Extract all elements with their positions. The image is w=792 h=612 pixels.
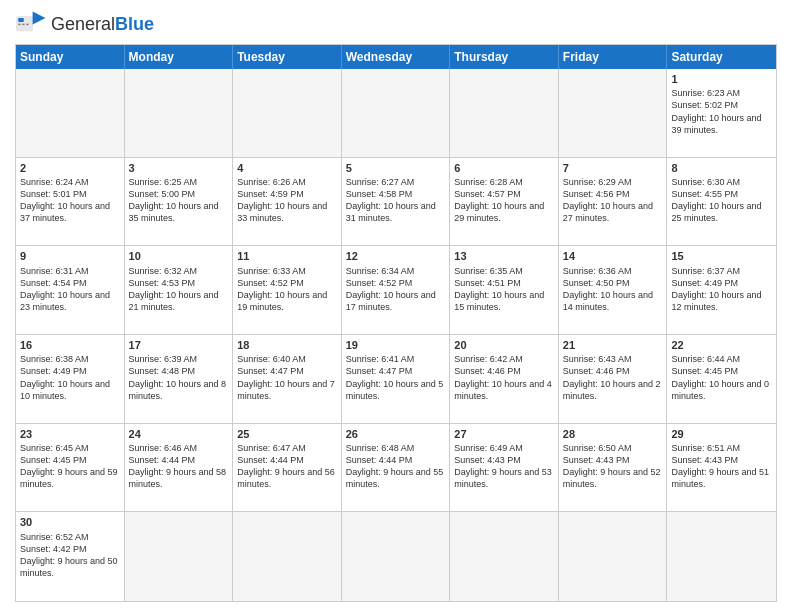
day-info: Sunrise: 6:35 AM Sunset: 4:51 PM Dayligh… — [454, 265, 554, 314]
day-info: Sunrise: 6:45 AM Sunset: 4:45 PM Dayligh… — [20, 442, 120, 491]
header: GeneralBlue — [15, 10, 777, 38]
day-info: Sunrise: 6:40 AM Sunset: 4:47 PM Dayligh… — [237, 353, 337, 402]
calendar-cell — [450, 69, 559, 158]
day-number: 4 — [237, 161, 337, 175]
calendar-cell: 29Sunrise: 6:51 AM Sunset: 4:43 PM Dayli… — [667, 424, 776, 513]
day-header-wednesday: Wednesday — [342, 45, 451, 69]
day-number: 27 — [454, 427, 554, 441]
svg-marker-1 — [33, 12, 46, 25]
calendar-cell — [450, 512, 559, 601]
day-number: 6 — [454, 161, 554, 175]
day-info: Sunrise: 6:44 AM Sunset: 4:45 PM Dayligh… — [671, 353, 772, 402]
day-number: 24 — [129, 427, 229, 441]
day-number: 11 — [237, 249, 337, 263]
day-number: 26 — [346, 427, 446, 441]
svg-rect-5 — [26, 24, 28, 26]
calendar-cell — [559, 512, 668, 601]
day-number: 29 — [671, 427, 772, 441]
day-number: 12 — [346, 249, 446, 263]
calendar-cell: 2Sunrise: 6:24 AM Sunset: 5:01 PM Daylig… — [16, 158, 125, 247]
calendar-cell — [342, 512, 451, 601]
calendar-cell — [125, 69, 234, 158]
day-number: 8 — [671, 161, 772, 175]
day-header-thursday: Thursday — [450, 45, 559, 69]
calendar-cell: 6Sunrise: 6:28 AM Sunset: 4:57 PM Daylig… — [450, 158, 559, 247]
day-info: Sunrise: 6:30 AM Sunset: 4:55 PM Dayligh… — [671, 176, 772, 225]
svg-rect-4 — [22, 24, 24, 26]
calendar-cell: 15Sunrise: 6:37 AM Sunset: 4:49 PM Dayli… — [667, 246, 776, 335]
day-info: Sunrise: 6:24 AM Sunset: 5:01 PM Dayligh… — [20, 176, 120, 225]
day-info: Sunrise: 6:37 AM Sunset: 4:49 PM Dayligh… — [671, 265, 772, 314]
calendar-cell: 25Sunrise: 6:47 AM Sunset: 4:44 PM Dayli… — [233, 424, 342, 513]
day-number: 19 — [346, 338, 446, 352]
day-info: Sunrise: 6:43 AM Sunset: 4:46 PM Dayligh… — [563, 353, 663, 402]
day-number: 2 — [20, 161, 120, 175]
logo-text: GeneralBlue — [51, 14, 154, 35]
calendar-cell — [233, 512, 342, 601]
day-info: Sunrise: 6:28 AM Sunset: 4:57 PM Dayligh… — [454, 176, 554, 225]
day-info: Sunrise: 6:34 AM Sunset: 4:52 PM Dayligh… — [346, 265, 446, 314]
calendar-cell: 10Sunrise: 6:32 AM Sunset: 4:53 PM Dayli… — [125, 246, 234, 335]
calendar-cell: 20Sunrise: 6:42 AM Sunset: 4:46 PM Dayli… — [450, 335, 559, 424]
day-number: 22 — [671, 338, 772, 352]
calendar-cell: 24Sunrise: 6:46 AM Sunset: 4:44 PM Dayli… — [125, 424, 234, 513]
day-header-sunday: Sunday — [16, 45, 125, 69]
day-number: 7 — [563, 161, 663, 175]
day-info: Sunrise: 6:52 AM Sunset: 4:42 PM Dayligh… — [20, 531, 120, 580]
day-info: Sunrise: 6:51 AM Sunset: 4:43 PM Dayligh… — [671, 442, 772, 491]
svg-rect-2 — [18, 18, 24, 22]
calendar-cell: 7Sunrise: 6:29 AM Sunset: 4:56 PM Daylig… — [559, 158, 668, 247]
calendar-cell: 19Sunrise: 6:41 AM Sunset: 4:47 PM Dayli… — [342, 335, 451, 424]
day-number: 18 — [237, 338, 337, 352]
calendar-cell: 4Sunrise: 6:26 AM Sunset: 4:59 PM Daylig… — [233, 158, 342, 247]
calendar-cell: 30Sunrise: 6:52 AM Sunset: 4:42 PM Dayli… — [16, 512, 125, 601]
calendar-cell: 23Sunrise: 6:45 AM Sunset: 4:45 PM Dayli… — [16, 424, 125, 513]
logo: GeneralBlue — [15, 10, 154, 38]
calendar-cell — [16, 69, 125, 158]
calendar-cell: 1Sunrise: 6:23 AM Sunset: 5:02 PM Daylig… — [667, 69, 776, 158]
day-number: 14 — [563, 249, 663, 263]
calendar-cell: 13Sunrise: 6:35 AM Sunset: 4:51 PM Dayli… — [450, 246, 559, 335]
calendar-page: GeneralBlue SundayMondayTuesdayWednesday… — [0, 0, 792, 612]
calendar-cell: 8Sunrise: 6:30 AM Sunset: 4:55 PM Daylig… — [667, 158, 776, 247]
day-number: 3 — [129, 161, 229, 175]
calendar-cell — [342, 69, 451, 158]
day-info: Sunrise: 6:48 AM Sunset: 4:44 PM Dayligh… — [346, 442, 446, 491]
day-header-saturday: Saturday — [667, 45, 776, 69]
calendar-grid: 1Sunrise: 6:23 AM Sunset: 5:02 PM Daylig… — [16, 69, 776, 601]
calendar-cell: 3Sunrise: 6:25 AM Sunset: 5:00 PM Daylig… — [125, 158, 234, 247]
day-header-tuesday: Tuesday — [233, 45, 342, 69]
day-info: Sunrise: 6:39 AM Sunset: 4:48 PM Dayligh… — [129, 353, 229, 402]
day-number: 30 — [20, 515, 120, 529]
calendar-cell: 18Sunrise: 6:40 AM Sunset: 4:47 PM Dayli… — [233, 335, 342, 424]
day-info: Sunrise: 6:27 AM Sunset: 4:58 PM Dayligh… — [346, 176, 446, 225]
day-number: 16 — [20, 338, 120, 352]
day-info: Sunrise: 6:42 AM Sunset: 4:46 PM Dayligh… — [454, 353, 554, 402]
day-info: Sunrise: 6:36 AM Sunset: 4:50 PM Dayligh… — [563, 265, 663, 314]
logo-icon — [15, 10, 47, 38]
calendar-cell: 26Sunrise: 6:48 AM Sunset: 4:44 PM Dayli… — [342, 424, 451, 513]
day-info: Sunrise: 6:46 AM Sunset: 4:44 PM Dayligh… — [129, 442, 229, 491]
day-number: 15 — [671, 249, 772, 263]
day-info: Sunrise: 6:38 AM Sunset: 4:49 PM Dayligh… — [20, 353, 120, 402]
day-info: Sunrise: 6:41 AM Sunset: 4:47 PM Dayligh… — [346, 353, 446, 402]
day-info: Sunrise: 6:49 AM Sunset: 4:43 PM Dayligh… — [454, 442, 554, 491]
day-number: 5 — [346, 161, 446, 175]
calendar-cell: 16Sunrise: 6:38 AM Sunset: 4:49 PM Dayli… — [16, 335, 125, 424]
day-info: Sunrise: 6:50 AM Sunset: 4:43 PM Dayligh… — [563, 442, 663, 491]
day-number: 17 — [129, 338, 229, 352]
calendar-cell: 17Sunrise: 6:39 AM Sunset: 4:48 PM Dayli… — [125, 335, 234, 424]
day-number: 13 — [454, 249, 554, 263]
calendar-cell: 14Sunrise: 6:36 AM Sunset: 4:50 PM Dayli… — [559, 246, 668, 335]
calendar-cell — [125, 512, 234, 601]
calendar-cell: 5Sunrise: 6:27 AM Sunset: 4:58 PM Daylig… — [342, 158, 451, 247]
day-number: 1 — [671, 72, 772, 86]
day-info: Sunrise: 6:31 AM Sunset: 4:54 PM Dayligh… — [20, 265, 120, 314]
calendar: SundayMondayTuesdayWednesdayThursdayFrid… — [15, 44, 777, 602]
svg-rect-3 — [18, 24, 20, 26]
day-info: Sunrise: 6:25 AM Sunset: 5:00 PM Dayligh… — [129, 176, 229, 225]
calendar-cell — [559, 69, 668, 158]
calendar-cell: 27Sunrise: 6:49 AM Sunset: 4:43 PM Dayli… — [450, 424, 559, 513]
day-number: 9 — [20, 249, 120, 263]
day-info: Sunrise: 6:26 AM Sunset: 4:59 PM Dayligh… — [237, 176, 337, 225]
